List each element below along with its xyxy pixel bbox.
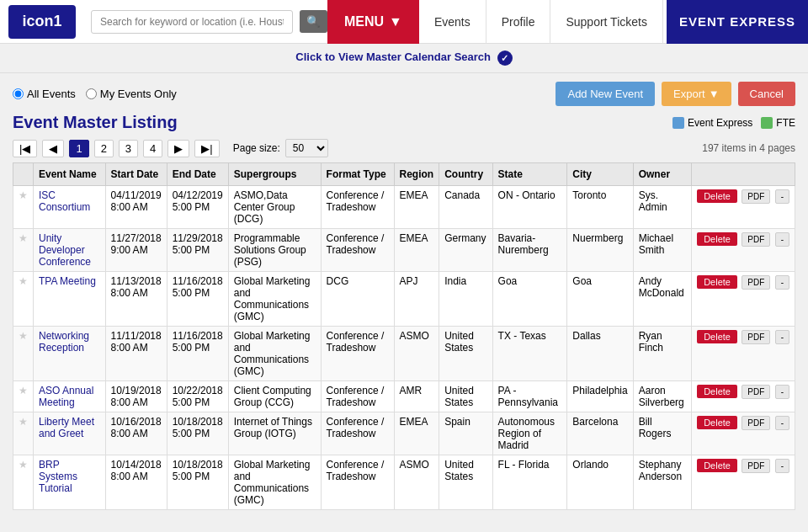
start-date-cell: 11/27/2018 9:00 AM [105,229,167,272]
event-link[interactable]: Networking Reception [39,330,89,354]
pdf-button[interactable]: PDF [742,459,770,473]
event-express-logo: EVENT EXPRESS [667,0,808,44]
star-icon[interactable]: ★ [19,275,28,287]
star-cell[interactable]: ★ [13,412,34,455]
legend-event-express-label: Event Express [688,117,752,129]
nav-support[interactable]: Support Tickets [550,0,663,44]
nav-events[interactable]: Events [419,0,486,44]
delete-button[interactable]: Delete [697,232,737,246]
country-cell: United States [439,327,492,381]
calendar-search-text: Click to View Master Calendar Search [295,51,491,63]
event-link[interactable]: ASO Annual Meeting [39,385,93,408]
pdf-button[interactable]: PDF [742,385,770,399]
more-button[interactable]: - [775,275,789,290]
star-icon[interactable]: ★ [19,459,28,471]
legend: Event Express FTE [672,117,795,129]
col-country: Country [439,163,492,186]
more-button[interactable]: - [775,385,789,399]
supergroups-cell: Global Marketing and Communications (GMC… [228,327,321,381]
country-cell: United States [439,455,492,510]
pdf-button[interactable]: PDF [742,232,770,247]
pdf-button[interactable]: PDF [742,330,770,344]
page-prev-button[interactable]: ◀ [42,140,64,157]
event-link[interactable]: Liberty Meet and Greet [39,416,94,439]
page-first-button[interactable]: |◀ [13,140,37,157]
event-link[interactable]: ISC Consortium [39,189,90,213]
star-icon[interactable]: ★ [19,232,28,244]
end-date-cell: 11/16/2018 5:00 PM [167,272,228,327]
pdf-button[interactable]: PDF [742,189,770,204]
page-3-button[interactable]: 3 [119,140,138,157]
star-cell[interactable]: ★ [13,229,34,272]
delete-button[interactable]: Delete [697,275,737,289]
state-cell: FL - Florida [492,455,567,510]
add-new-event-button[interactable]: Add New Event [556,82,655,106]
star-icon[interactable]: ★ [19,330,28,342]
radio-all-label[interactable]: All Events [13,88,76,100]
city-cell: Barcelona [567,412,633,455]
start-date-cell: 11/13/2018 8:00 AM [105,272,167,327]
more-button[interactable]: - [775,459,789,473]
menu-button[interactable]: MENU ▼ [327,0,419,44]
nav-profile[interactable]: Profile [486,0,551,44]
delete-button[interactable]: Delete [697,330,737,343]
state-cell: PA - Pennsylvania [492,381,567,412]
event-link[interactable]: Unity Developer Conference [39,232,91,268]
country-cell: Spain [439,412,492,455]
star-cell[interactable]: ★ [13,186,34,229]
search-input[interactable] [91,10,293,34]
delete-button[interactable]: Delete [697,189,737,203]
owner-cell: Andy McDonald [633,272,691,327]
page-1-button[interactable]: 1 [69,140,88,157]
more-button[interactable]: - [775,330,789,344]
delete-button[interactable]: Delete [697,385,737,398]
more-button[interactable]: - [775,416,789,430]
radio-my-events[interactable] [86,88,97,99]
search-button[interactable]: 🔍 [300,10,327,33]
event-link[interactable]: BRP Systems Tutorial [39,459,77,494]
export-button[interactable]: Export ▼ [662,82,731,106]
page-4-button[interactable]: 4 [143,140,162,157]
format-cell: Conference / Tradeshow [321,186,394,229]
legend-fte-label: FTE [776,117,795,129]
star-cell[interactable]: ★ [13,272,34,327]
event-link[interactable]: TPA Meeting [39,275,96,287]
star-icon[interactable]: ★ [19,385,28,396]
star-cell[interactable]: ★ [13,327,34,381]
delete-button[interactable]: Delete [697,416,737,429]
state-cell: ON - Ontario [492,186,567,229]
star-cell[interactable]: ★ [13,381,34,412]
delete-button[interactable]: Delete [697,459,737,472]
state-cell: TX - Texas [492,327,567,381]
calendar-search-link[interactable]: Click to View Master Calendar Search ✓ [295,51,512,63]
pagination-bar: |◀ ◀ 1 2 3 4 ▶ ▶| Page size: 50 25 100 1… [13,139,795,157]
star-icon[interactable]: ★ [19,416,28,428]
col-start-date: Start Date [105,163,167,186]
pdf-button[interactable]: PDF [742,275,770,290]
radio-group: All Events My Events Only [13,88,177,100]
radio-all-events[interactable] [13,88,24,99]
supergroups-cell: ASMO,Data Center Group (DCG) [228,186,321,229]
page-next-button[interactable]: ▶ [167,140,189,157]
radio-my-label[interactable]: My Events Only [86,88,177,100]
cancel-button[interactable]: Cancel [738,82,795,106]
star-icon[interactable]: ★ [19,189,28,201]
legend-blue-dot [672,117,684,129]
pdf-button[interactable]: PDF [742,416,770,430]
more-button[interactable]: - [775,232,789,247]
star-cell[interactable]: ★ [13,455,34,510]
more-button[interactable]: - [775,189,789,204]
action-cell: Delete PDF - [692,381,795,412]
start-date-cell: 10/16/2018 8:00 AM [105,412,167,455]
logo-text: icon1 [22,13,61,30]
page-last-button[interactable]: ▶| [194,140,219,157]
event-name-cell: Liberty Meet and Greet [34,412,106,455]
owner-cell: Stephany Anderson [633,455,691,510]
start-date-cell: 10/14/2018 8:00 AM [105,455,167,510]
table-row: ★ Unity Developer Conference 11/27/2018 … [13,229,795,272]
page-2-button[interactable]: 2 [94,140,114,157]
format-cell: Conference / Tradeshow [321,455,394,510]
region-cell: APJ [394,272,439,327]
city-cell: Orlando [567,455,633,510]
page-size-select[interactable]: 50 25 100 [285,139,328,157]
